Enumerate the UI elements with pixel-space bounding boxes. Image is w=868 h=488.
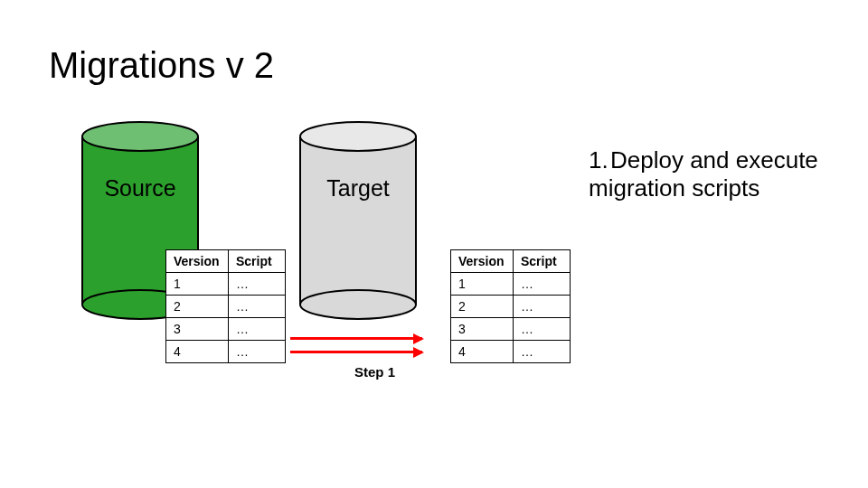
table-row: 4 … [451, 341, 571, 363]
cell-script: … [229, 296, 286, 318]
cell-version: 2 [166, 296, 229, 318]
step1-arrow-icon [290, 351, 422, 353]
col-version-header: Version [451, 250, 514, 273]
table-row: 2 … [451, 296, 571, 318]
svg-point-2 [300, 290, 416, 319]
target-version-table: Version Script 1 … 2 … 3 … 4 … [450, 249, 571, 363]
cell-version: 2 [451, 296, 514, 318]
cell-version: 1 [166, 273, 229, 296]
svg-point-1 [82, 122, 198, 151]
cell-version: 4 [451, 341, 514, 363]
target-label: Target [299, 175, 417, 202]
page-title: Migrations v 2 [49, 45, 274, 86]
step-description: 1.Deploy and execute migration scripts [589, 146, 842, 202]
cell-script: … [514, 296, 571, 318]
step1-arrow-label: Step 1 [354, 364, 395, 380]
source-label: Source [81, 175, 199, 202]
step-body: Deploy and execute migration scripts [589, 146, 818, 202]
table-row: 1 … [451, 273, 571, 296]
table-row: 1 … [166, 273, 286, 296]
cell-script: … [514, 273, 571, 296]
table-header-row: Version Script [451, 250, 571, 273]
col-script-header: Script [229, 250, 286, 273]
table-row: 3 … [451, 318, 571, 341]
cell-script: … [229, 341, 286, 363]
cell-version: 3 [166, 318, 229, 341]
cylinder-top-icon [81, 121, 199, 152]
table-header-row: Version Script [166, 250, 286, 273]
source-version-table: Version Script 1 … 2 … 3 … 4 … [165, 249, 286, 363]
cell-version: 1 [451, 273, 514, 296]
table-row: 2 … [166, 296, 286, 318]
table-row: 4 … [166, 341, 286, 363]
cell-version: 4 [166, 341, 229, 363]
step1-arrow-icon [290, 337, 422, 340]
table-row: 3 … [166, 318, 286, 341]
cylinder-top-icon [299, 121, 417, 152]
cylinder-bottom-icon [299, 289, 417, 320]
svg-point-3 [300, 122, 416, 151]
cell-script: … [229, 273, 286, 296]
cell-script: … [229, 318, 286, 341]
col-script-header: Script [514, 250, 571, 273]
cell-version: 3 [451, 318, 514, 341]
col-version-header: Version [166, 250, 229, 273]
cell-script: … [514, 318, 571, 341]
cell-script: … [514, 341, 571, 363]
step-number: 1. [589, 146, 610, 174]
